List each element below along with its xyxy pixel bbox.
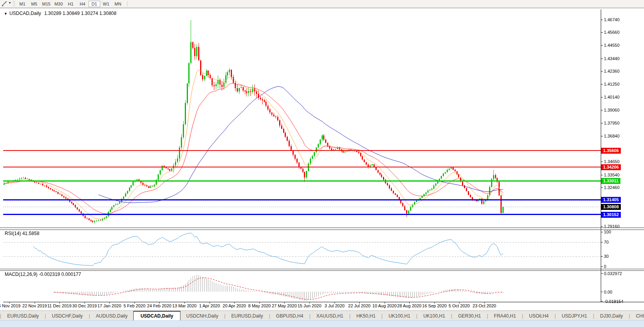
date-axis-label: 17 Jan 2020	[98, 303, 121, 308]
price-level-line[interactable]	[3, 214, 601, 215]
timeframe-button-m5[interactable]: M5	[28, 1, 40, 7]
timeframe-button-h1[interactable]: H1	[65, 1, 77, 7]
price-level-line[interactable]	[3, 180, 601, 182]
timeframe-button-h4[interactable]: H4	[77, 1, 88, 7]
chart-tab-dj30-daily[interactable]: DJ30,Daily	[594, 311, 629, 321]
date-axis-label: 16 Sep 2020	[422, 303, 447, 308]
price-level-label: 1.31405	[601, 197, 621, 203]
price-level-label: 1.30152	[601, 212, 621, 218]
price-level-line[interactable]	[3, 150, 601, 151]
timeframe-button-m30[interactable]: M30	[52, 1, 64, 7]
macd-label: MACD(12,26,9) -0.002319 0.000177	[5, 272, 81, 277]
rsi-axis-tick-label: 100	[604, 230, 611, 234]
chart-tab-usdcad-daily[interactable]: USDCAD,Daily	[133, 311, 180, 321]
price-axis-tick-label: 1.33540	[604, 173, 620, 177]
price-level-label: 1.35606	[601, 148, 621, 154]
macd-axis-tick-label: 0.032972	[604, 271, 622, 276]
chart-tab-ger30-h1[interactable]: GER30,H1	[452, 311, 487, 321]
date-axis-label: 8 May 2020	[248, 303, 270, 308]
date-axis-label: 23 Oct 2020	[473, 303, 496, 308]
price-axis-tick	[601, 123, 603, 123]
chart-tab-usdcnh-daily[interactable]: USDCNH,Daily	[180, 311, 224, 321]
macd-axis-tick	[601, 292, 603, 292]
rsi-axis-tick-label: 30	[604, 254, 609, 259]
macd-panel-splitter[interactable]	[0, 269, 644, 271]
price-axis-tick-label: 1.45660	[604, 30, 620, 35]
date-axis-label: 5 Oct 2020	[449, 303, 470, 308]
date-axis-label: 1 Apr 2020	[199, 303, 220, 308]
macd-panel-canvas[interactable]	[3, 270, 601, 302]
chart-tab-gbpusd-h4[interactable]: GBPUSD,H4	[270, 311, 309, 321]
macd-main-value: -0.002319	[39, 272, 60, 277]
macd-signal-value: 0.000177	[61, 272, 81, 277]
chart-tab-uk100-h1[interactable]: UK100,H1	[383, 311, 416, 321]
symbol-dropdown-caret[interactable]: ▼	[4, 12, 7, 16]
chart-tab-bar: |EURUSD,Daily|USDCHF,Daily|AUDUSD,DailyU…	[0, 310, 644, 321]
chart-tab-fra40-h1[interactable]: FRA40,H1	[488, 311, 522, 321]
quote-low: 1.30274	[81, 11, 98, 16]
date-axis-label: 10 Aug 2020	[372, 303, 397, 308]
chart-tab-audusd-daily[interactable]: AUDUSD,Daily	[90, 311, 134, 321]
timeframe-button-mn[interactable]: MN	[112, 1, 124, 7]
chart-title-bar: ▼USDCAD,Daily1.30289 1.30849 1.30274 1.3…	[4, 11, 116, 16]
quote-close: 1.30808	[99, 11, 116, 16]
price-level-line[interactable]	[3, 199, 601, 200]
quote-high: 1.30849	[63, 11, 79, 16]
price-axis-tick-label: 1.36840	[604, 134, 620, 138]
time-axis-line	[3, 302, 644, 302]
rsi-axis-tick-label: 70	[604, 240, 609, 244]
macd-axis-tick	[601, 301, 603, 301]
timeframe-button-d1[interactable]: D1	[88, 1, 100, 7]
timeframe-button-m1[interactable]: M1	[17, 1, 28, 7]
price-axis-tick-label: 1.39060	[604, 108, 620, 112]
date-axis-label: 13 Mar 2020	[172, 303, 197, 308]
price-axis-tick	[601, 162, 603, 162]
price-axis-tick	[601, 59, 603, 59]
chart-tab-eurusd-daily[interactable]: EURUSD,Daily	[225, 311, 269, 321]
price-axis-tick	[601, 20, 603, 20]
crosshair-tool-icon[interactable]	[1, 1, 7, 7]
price-axis-tick	[601, 187, 603, 188]
timeframe-button-w1[interactable]: W1	[100, 1, 112, 7]
rsi-label: RSI(14) 41.5858	[5, 231, 39, 236]
price-axis-tick-label: 1.42360	[604, 69, 620, 73]
macd-axis-tick-label: -0.018154	[604, 299, 624, 304]
price-axis-tick	[601, 97, 603, 97]
date-axis-label: 20 Apr 2020	[223, 303, 246, 308]
date-axis-label: 22 Nov 2019	[22, 303, 47, 308]
mt4-window: ▼ M1M5M15M30H1H4D1W1MN ▼USDCAD,Daily1.30…	[0, 0, 644, 327]
rsi-axis-tick	[601, 266, 603, 267]
price-level-label: 1.34206	[601, 164, 621, 170]
price-axis-tick-label: 1.43440	[604, 56, 620, 61]
price-axis-tick	[601, 32, 603, 33]
rsi-value: 41.5858	[22, 231, 39, 236]
chart-tab-usoil-h4[interactable]: USOil,H4	[523, 311, 555, 321]
chart-tab-xauusd-h1[interactable]: XAUUSD,H1	[311, 311, 350, 321]
chart-tab-eurusd-daily[interactable]: EURUSD,Daily	[1, 311, 45, 321]
quote-open: 1.30289	[44, 11, 61, 16]
chart-tab-uk100-h1[interactable]: UK100,H1	[418, 311, 451, 321]
tool-dropdown-caret[interactable]: ▼	[8, 1, 11, 5]
price-level-line[interactable]	[3, 167, 601, 167]
date-axis-label: 15 Jun 2020	[298, 303, 322, 308]
date-axis-label: 24 Feb 2020	[147, 303, 171, 308]
date-axis-label: 28 Aug 2020	[397, 303, 421, 308]
top-toolbar: ▼ M1M5M15M30H1H4D1W1MN	[0, 0, 644, 8]
timeframe-toolbar: M1M5M15M30H1H4D1W1MN	[17, 0, 127, 7]
toolbar-grip-handle[interactable]	[13, 1, 15, 6]
chart-tab-usdjpy-h1[interactable]: USDJPY,H1	[556, 311, 593, 321]
chart-tab-hk50-h1[interactable]: HK50,H1	[350, 311, 381, 321]
price-axis-tick-label: 1.40140	[604, 95, 620, 99]
chart-tab-usdchf-daily[interactable]: USDCHF,Daily	[46, 311, 89, 321]
price-axis-tick	[601, 226, 603, 227]
date-axis-label: 30 Dec 2019	[72, 303, 97, 308]
price-axis-tick-label: 1.44550	[604, 43, 620, 48]
rsi-panel-splitter[interactable]	[0, 228, 644, 230]
symbol-label: USDCAD,Daily	[9, 11, 41, 16]
date-axis-label: 3 Jul 2020	[325, 303, 345, 308]
price-chart-canvas[interactable]	[3, 9, 601, 228]
timeframe-button-m15[interactable]: M15	[40, 1, 52, 7]
price-axis-tick	[601, 71, 603, 72]
chart-tab-china300-h1[interactable]: CHINA300,H1	[630, 311, 644, 321]
rsi-panel-canvas[interactable]	[3, 230, 601, 269]
